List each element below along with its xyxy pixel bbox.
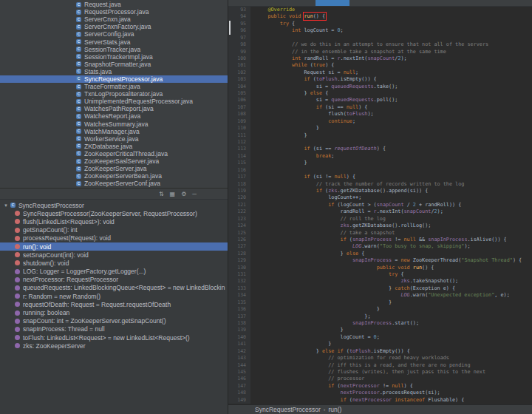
structure-item[interactable]: shutdown(): void [0,259,228,267]
code-line[interactable]: 116 [228,167,532,174]
line-number[interactable]: 103 [228,76,250,83]
line-number[interactable]: 134 [228,292,250,299]
tree-item[interactable]: CUnimplementedRequestProcessor.java [0,98,228,105]
code-line[interactable]: 128 } else { [228,251,532,257]
code-editor[interactable]: 93 @Override94 public void run() {95 try… [228,0,532,414]
code-line[interactable]: 119 if (zks.getZKDatabase().append(si)) … [228,188,532,194]
line-number[interactable]: 138 [228,320,250,327]
structure-item[interactable]: SyncRequestProcessor(ZooKeeperServer, Re… [0,209,228,217]
tree-item[interactable]: CWatchesReport.java [0,112,228,120]
tree-item[interactable]: CZooKeeperServerBean.java [0,172,228,180]
expand-arrow-icon[interactable]: ▼ [4,203,8,208]
code-line[interactable]: 115 } [228,160,532,166]
line-number[interactable]: 94 [228,13,250,20]
line-number[interactable]: 127 [228,243,250,250]
code-line[interactable]: 143 // optimization for read heavy workl… [228,355,532,362]
tree-item[interactable]: CServerCnxn.java [0,16,228,23]
line-number[interactable]: 98 [228,41,250,48]
code-line[interactable]: 122 randRoll = r.nextInt(snapCount/2); [228,208,532,215]
line-number[interactable]: 118 [228,181,250,188]
tree-item[interactable]: CServerStats.java [0,38,228,45]
line-number[interactable]: 110 [228,125,250,132]
tree-item[interactable]: CServerCnxnFactory.java [0,23,228,30]
line-number[interactable]: 142 [228,348,250,355]
line-number[interactable]: 111 [228,132,250,139]
line-number[interactable]: 120 [228,194,250,201]
code-line[interactable]: 141 } [228,341,532,347]
code-line[interactable]: 149 if (nextProcessor instanceof Flushab… [228,397,532,404]
code-line[interactable]: 137 }; [228,313,532,320]
line-number[interactable]: 149 [228,397,250,404]
line-number[interactable]: 119 [228,188,250,194]
code-line[interactable]: 111 } [228,132,532,139]
line-number[interactable]: 131 [228,271,250,278]
structure-item[interactable]: queuedRequests: LinkedBlockingQueue<Requ… [0,284,228,292]
code-line[interactable]: 105 } else { [228,90,532,97]
tree-item[interactable]: CWatchesPathReport.java [0,105,228,112]
line-number[interactable]: 115 [228,160,250,166]
project-tree[interactable]: CRequest.javaCRequestProcessor.javaCServ… [0,0,228,188]
code-line[interactable]: 124 zks.getZKDatabase().rollLog(); [228,223,532,229]
structure-list[interactable]: ▼CSyncRequestProcessorSyncRequestProcess… [0,200,228,414]
code-line[interactable]: 126 if (snapInProcess != null && snapInP… [228,237,532,243]
breadcrumb-method[interactable]: run() [329,406,342,413]
line-number[interactable]: 108 [228,111,250,118]
code-line[interactable]: 148 nextProcessor.processRequest(si); [228,390,532,396]
line-number[interactable]: 97 [228,35,250,41]
line-number[interactable]: 125 [228,230,250,237]
code-line[interactable]: 131 try { [228,271,532,278]
line-number[interactable]: 141 [228,341,250,347]
line-number[interactable]: 112 [228,139,250,146]
code-line[interactable]: 127 LOG.warn("Too busy to snap, skipping… [228,243,532,250]
tree-item[interactable]: CZooKeeperSaslServer.java [0,157,228,165]
line-number[interactable]: 96 [228,27,250,34]
tree-item[interactable]: CZooKeeperCriticalThread.java [0,150,228,157]
code-line[interactable]: 140 logCount = 0; [228,334,532,341]
sort-alpha-icon[interactable]: ⇅ [159,191,164,197]
code-line[interactable]: 94 public void run() { [228,13,532,20]
editor-tab[interactable] [349,0,532,6]
code-line[interactable]: 139 } [228,327,532,333]
code-line[interactable]: 117 if (si != null) { [228,174,532,180]
tree-item[interactable]: CStats.java [0,68,228,75]
code-line[interactable]: 93 @Override [228,7,532,13]
structure-item[interactable]: setSnapCount(int): void [0,251,228,259]
line-number[interactable]: 146 [228,376,250,382]
line-number[interactable]: 100 [228,55,250,62]
tree-item[interactable]: CWatchManager.java [0,128,228,135]
code-line[interactable]: 99 // in the ensemble take a snapshot at… [228,49,532,55]
tree-item[interactable]: CSessionTracker.java [0,46,228,53]
code-line[interactable]: 109 continue; [228,118,532,125]
line-number[interactable]: 99 [228,49,250,55]
code-line[interactable]: 133 } catch(Exception e) { [228,285,532,292]
line-number[interactable]: 126 [228,237,250,243]
line-number[interactable]: 121 [228,202,250,208]
code-line[interactable]: 112 [228,139,532,146]
editor-tab-active[interactable] [316,0,349,6]
line-number[interactable]: 145 [228,369,250,376]
line-number[interactable]: 116 [228,167,250,174]
line-number[interactable]: 117 [228,174,250,180]
tree-item[interactable]: CWatchesSummary.java [0,121,228,128]
code-line[interactable]: 129 snapInProcess = new ZooKeeperThread(… [228,257,532,264]
code-line[interactable]: 95 try { [228,21,532,27]
code-line[interactable]: 134 LOG.warn("Unexpected exception", e); [228,292,532,299]
code-line[interactable]: 125 // take a snapshot [228,230,532,237]
code-line[interactable]: 108 flush(toFlush); [228,111,532,118]
structure-item[interactable]: snapInProcess: Thread = null [0,325,228,333]
code-line[interactable]: 130 public void run() { [228,265,532,271]
code-line[interactable]: 118 // track the number of records writt… [228,181,532,188]
structure-item[interactable]: run(): void [0,242,228,251]
line-number[interactable]: 148 [228,390,250,396]
editor-tab-bar[interactable] [228,0,532,7]
line-number[interactable]: 105 [228,90,250,97]
line-number[interactable]: 123 [228,216,250,223]
line-number[interactable]: 124 [228,223,250,229]
code-line[interactable]: 138 snapInProcess.start(); [228,320,532,327]
line-number[interactable]: 144 [228,362,250,369]
structure-item[interactable]: r: Random = new Random() [0,292,228,300]
code-line[interactable]: 101 while (true) { [228,62,532,69]
line-number[interactable]: 113 [228,146,250,152]
code-line[interactable]: 136 } [228,306,532,313]
line-number[interactable]: 136 [228,306,250,313]
